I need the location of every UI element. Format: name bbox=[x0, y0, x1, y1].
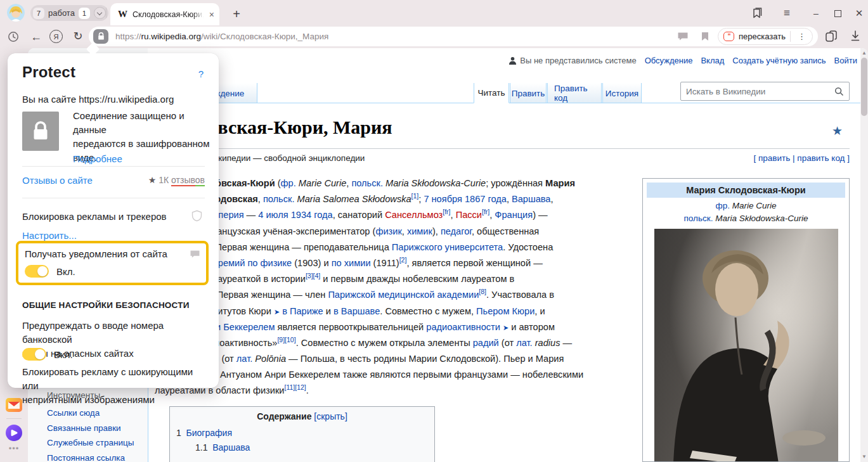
yandex-mail-icon[interactable] bbox=[6, 398, 22, 414]
page-scrollbar-thumb[interactable] bbox=[861, 58, 867, 116]
wiki-link[interactable]: радиоактивности bbox=[426, 322, 500, 332]
back-arrow-icon[interactable]: ← bbox=[30, 30, 42, 43]
details-link[interactable]: Подробнее bbox=[73, 153, 122, 164]
wiki-link[interactable]: 1867 года bbox=[465, 194, 507, 204]
wiki-link[interactable]: 1934 года bbox=[291, 210, 333, 220]
sidebar-item-whatlinkshere[interactable]: Ссылки сюда bbox=[47, 408, 134, 418]
scroll-up-arrow[interactable]: ▲ bbox=[861, 50, 867, 56]
protect-help-link[interactable]: ? bbox=[198, 68, 204, 79]
edit-source-link[interactable]: править код bbox=[797, 153, 845, 163]
wiki-link[interactable]: Франция bbox=[495, 210, 533, 220]
tab-group-pill[interactable]: 7 работа 1 bbox=[30, 5, 108, 21]
reference-link[interactable]: [1] bbox=[411, 192, 419, 200]
bookmark-icon[interactable] bbox=[701, 32, 709, 41]
window-maximize-button[interactable] bbox=[831, 6, 845, 20]
personal-link-talk[interactable]: Обсуждение bbox=[645, 56, 693, 65]
tab-close-icon[interactable]: × bbox=[209, 10, 214, 20]
wiki-link[interactable]: педагог bbox=[441, 226, 472, 236]
sidebar-item-permanent-link[interactable]: Постоянная ссылка bbox=[47, 453, 134, 462]
toc-link-biography[interactable]: Биография bbox=[186, 428, 232, 438]
wiki-link[interactable]: лат. bbox=[236, 354, 252, 364]
window-close-button[interactable]: ✕ bbox=[852, 6, 866, 20]
protect-lock-button[interactable] bbox=[93, 29, 108, 44]
active-tab[interactable]: W Склодовская-Кюри, Ма × bbox=[110, 3, 219, 25]
lang-link-fr[interactable]: фр. bbox=[716, 201, 732, 210]
tab-group-expand-button[interactable] bbox=[94, 7, 106, 19]
reviews-count[interactable]: ★ 1К отзывов bbox=[148, 175, 205, 185]
wiki-link[interactable]: Варшава bbox=[512, 194, 551, 204]
window-minimize-button[interactable]: – bbox=[809, 6, 823, 20]
wiki-search-box[interactable] bbox=[680, 82, 850, 101]
wiki-link[interactable]: Парижской медицинской академии bbox=[328, 290, 479, 300]
wiki-link[interactable]: радий bbox=[473, 338, 499, 348]
new-tab-button[interactable]: + bbox=[227, 4, 246, 23]
reference-link[interactable]: [11][12] bbox=[285, 384, 306, 392]
tab-edit-source[interactable]: Править код bbox=[547, 83, 602, 103]
collections-icon[interactable] bbox=[825, 30, 838, 43]
reference-link[interactable]: [fr] bbox=[482, 209, 489, 216]
toc-hide-link[interactable]: [скрыть] bbox=[314, 411, 347, 421]
reference-link[interactable]: [9][10] bbox=[277, 336, 295, 343]
wiki-link[interactable]: польск. bbox=[351, 178, 383, 188]
sidebar-item-special-pages[interactable]: Служебные страницы bbox=[47, 438, 134, 447]
reference-link[interactable]: [3][4] bbox=[306, 272, 320, 279]
wiki-link[interactable]: в Варшаве bbox=[334, 306, 380, 316]
wiki-link[interactable]: 7 ноября bbox=[424, 194, 462, 204]
reference-link[interactable]: [8] bbox=[479, 288, 486, 295]
retell-menu-icon[interactable]: ⋮ bbox=[795, 32, 808, 41]
text-segment: является первооткрывательницей bbox=[275, 322, 426, 332]
personal-link-create-account[interactable]: Создать учётную запись bbox=[732, 56, 826, 65]
retell-button[interactable]: ” пересказать ⋮ bbox=[718, 28, 813, 45]
wiki-link[interactable]: польск. bbox=[263, 194, 295, 204]
tab-read[interactable]: Читать bbox=[474, 83, 509, 103]
reference-link[interactable]: [fr] bbox=[443, 209, 450, 216]
notifications-toggle[interactable] bbox=[25, 265, 49, 278]
wiki-link[interactable]: химик bbox=[407, 226, 432, 236]
wiki-link[interactable]: фр. bbox=[281, 178, 296, 188]
toc-link-warsaw[interactable]: Варшава bbox=[212, 442, 250, 452]
sidebar-item-related-changes[interactable]: Связанные правки bbox=[47, 423, 134, 433]
wiki-red-link[interactable]: Пасси bbox=[456, 210, 482, 220]
yandex-search-icon[interactable]: Я bbox=[49, 30, 63, 43]
wiki-red-link[interactable]: Санселльмоз bbox=[385, 210, 443, 220]
wiki-link[interactable]: 4 июля bbox=[258, 210, 288, 220]
edit-link[interactable]: править bbox=[758, 153, 790, 163]
chevron-down-icon bbox=[97, 10, 102, 15]
portrait-photo bbox=[654, 229, 838, 462]
personal-link-contribs[interactable]: Вклад bbox=[701, 56, 724, 65]
wiki-link[interactable]: по химии bbox=[332, 258, 371, 268]
wiki-link[interactable]: в Париже bbox=[282, 306, 323, 316]
wiki-link[interactable]: Пьером Кюри bbox=[476, 306, 534, 316]
strip-more-icon[interactable]: ••• bbox=[0, 444, 28, 453]
wiki-search-input[interactable] bbox=[686, 87, 834, 96]
browser-menu-icon[interactable]: ≡ bbox=[780, 6, 794, 20]
refresh-icon[interactable]: ↻ bbox=[71, 29, 85, 43]
personal-link-login[interactable]: Войти bbox=[834, 56, 857, 65]
arrow-marker: ➤ bbox=[274, 308, 280, 316]
address-bar[interactable]: https://ru.wikipedia.org/wiki/Склодовска… bbox=[89, 27, 818, 46]
featured-article-star-icon[interactable]: ★ bbox=[832, 124, 843, 138]
search-icon[interactable] bbox=[834, 87, 844, 96]
history-clock-icon[interactable] bbox=[8, 31, 19, 42]
downloads-icon[interactable] bbox=[850, 30, 861, 42]
wiki-link[interactable]: лат. bbox=[516, 338, 532, 348]
site-reviews-link[interactable]: Отзывы о сайте bbox=[22, 175, 93, 186]
wiki-link[interactable]: физик bbox=[375, 226, 401, 236]
wiki-link[interactable]: Парижского университета bbox=[392, 242, 503, 252]
toc-number: 1.1 bbox=[195, 442, 207, 452]
reference-link[interactable]: [2] bbox=[399, 256, 407, 264]
conn-line: Соединение защищено и данные bbox=[73, 109, 219, 137]
adblock-configure-link[interactable]: Настроить... bbox=[22, 230, 205, 241]
url-text[interactable]: https://ru.wikipedia.org/wiki/Склодовска… bbox=[115, 32, 328, 41]
lang-link-pl[interactable]: польск. bbox=[684, 214, 716, 223]
tab-edit[interactable]: Править bbox=[510, 83, 547, 103]
shield-icon bbox=[191, 210, 202, 224]
alice-assistant-icon[interactable] bbox=[6, 425, 22, 444]
card-warning-toggle[interactable] bbox=[22, 348, 46, 361]
site-comments-icon[interactable] bbox=[677, 32, 689, 41]
tab-history[interactable]: История bbox=[602, 83, 642, 103]
scroll-down-arrow[interactable]: ▼ bbox=[861, 454, 867, 459]
profile-avatar[interactable] bbox=[7, 4, 25, 22]
bookmarks-panel-icon[interactable] bbox=[749, 6, 763, 20]
notifications-label: Получать уведомления от сайта bbox=[25, 248, 167, 259]
